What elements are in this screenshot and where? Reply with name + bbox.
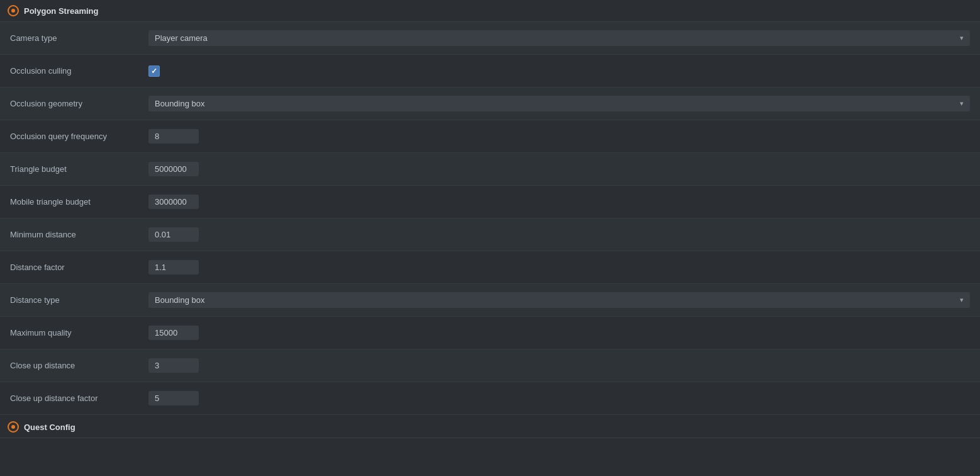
occlusion-geometry-chevron-icon: ▾ [960, 99, 964, 108]
maximum-quality-value[interactable]: 15000 [148, 326, 199, 340]
occlusion-query-frequency-value[interactable]: 8 [148, 129, 199, 144]
close-up-distance-value[interactable]: 3 [148, 358, 199, 373]
occlusion-geometry-dropdown[interactable]: Bounding box ▾ [148, 96, 970, 111]
camera-type-label: Camera type [10, 33, 148, 43]
mobile-triangle-budget-row: Mobile triangle budget 3000000 [0, 186, 980, 218]
camera-type-row: Camera type Player camera ▾ [0, 22, 980, 55]
distance-type-chevron-icon: ▾ [960, 296, 964, 304]
distance-type-row: Distance type Bounding box ▾ [0, 284, 980, 317]
close-up-distance-label: Close up distance [10, 361, 148, 370]
polygon-streaming-icon [8, 5, 19, 16]
mobile-triangle-budget-label: Mobile triangle budget [10, 197, 148, 207]
occlusion-geometry-label: Occlusion geometry [10, 99, 148, 108]
distance-type-label: Distance type [10, 295, 148, 305]
quest-config-title: Quest Config [24, 422, 75, 432]
occlusion-geometry-value: Bounding box [155, 99, 205, 108]
occlusion-culling-label: Occlusion culling [10, 66, 148, 76]
distance-factor-label: Distance factor [10, 263, 148, 272]
occlusion-query-frequency-label: Occlusion query frequency [10, 132, 148, 141]
distance-factor-value[interactable]: 1.1 [148, 260, 199, 275]
camera-type-value: Player camera [155, 33, 208, 43]
occlusion-geometry-row: Occlusion geometry Bounding box ▾ [0, 88, 980, 120]
occlusion-query-frequency-row: Occlusion query frequency 8 [0, 120, 980, 153]
maximum-quality-label: Maximum quality [10, 328, 148, 337]
camera-type-chevron-icon: ▾ [960, 34, 964, 42]
triangle-budget-row: Triangle budget 5000000 [0, 153, 980, 186]
quest-config-header: Quest Config [0, 416, 980, 438]
minimum-distance-row: Minimum distance 0.01 [0, 218, 980, 251]
distance-factor-row: Distance factor 1.1 [0, 251, 980, 284]
maximum-quality-row: Maximum quality 15000 [0, 317, 980, 349]
mobile-triangle-budget-value[interactable]: 3000000 [148, 195, 199, 209]
occlusion-culling-row: Occlusion culling [0, 55, 980, 88]
main-panel: Polygon Streaming Camera type Player cam… [0, 0, 980, 438]
minimum-distance-label: Minimum distance [10, 230, 148, 239]
distance-type-dropdown[interactable]: Bounding box ▾ [148, 292, 970, 308]
triangle-budget-label: Triangle budget [10, 164, 148, 174]
quest-config-icon [8, 421, 19, 433]
minimum-distance-value[interactable]: 0.01 [148, 227, 199, 242]
close-up-distance-row: Close up distance 3 [0, 349, 980, 382]
close-up-distance-factor-row: Close up distance factor 5 [0, 382, 980, 415]
occlusion-culling-checkbox-wrapper [148, 65, 160, 77]
distance-type-value: Bounding box [155, 295, 205, 305]
polygon-streaming-header: Polygon Streaming [0, 0, 980, 22]
camera-type-dropdown[interactable]: Player camera ▾ [148, 30, 970, 46]
occlusion-culling-checkbox[interactable] [148, 65, 160, 77]
close-up-distance-factor-label: Close up distance factor [10, 394, 148, 403]
polygon-streaming-title: Polygon Streaming [24, 6, 98, 16]
triangle-budget-value[interactable]: 5000000 [148, 162, 199, 176]
close-up-distance-factor-value[interactable]: 5 [148, 391, 199, 405]
